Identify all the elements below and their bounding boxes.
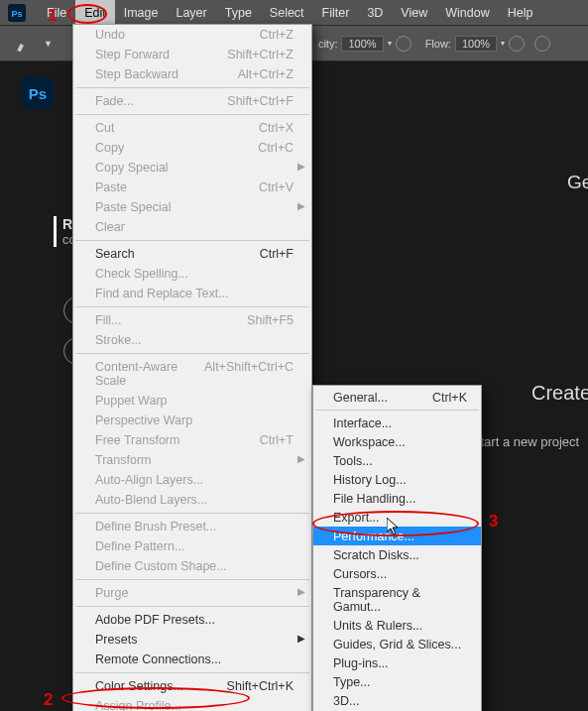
submenu-item-interface[interactable]: Interface... <box>313 414 481 432</box>
menu-item-label: Define Custom Shape... <box>95 559 227 573</box>
menu-separator <box>75 306 309 307</box>
menu-item-remote-connections[interactable]: Remote Connections... <box>73 650 311 669</box>
menu-item-define-brush-preset: Define Brush Preset... <box>73 517 311 536</box>
menu-file[interactable]: File <box>38 0 75 25</box>
submenu-item-units-rulers[interactable]: Units & Rulers... <box>313 616 481 635</box>
menu-item-shortcut: Ctrl+X <box>259 121 294 135</box>
flow-label: Flow: <box>425 38 451 50</box>
menu-item-presets[interactable]: Presets▶ <box>73 630 311 650</box>
menu-item-label: Transform <box>95 453 152 467</box>
menu-window[interactable]: Window <box>436 0 498 25</box>
menu-item-transform: Transform▶ <box>73 450 311 470</box>
menu-item-label: Copy Special <box>95 161 169 175</box>
menu-item-cut: CutCtrl+X <box>73 118 311 138</box>
menu-item-label: Paste Special <box>95 200 171 214</box>
submenu-item-general[interactable]: General...Ctrl+K <box>313 388 481 407</box>
submenu-item-label: Units & Rulers... <box>333 619 422 633</box>
submenu-item-label: Scratch Disks... <box>333 548 419 562</box>
menu-item-search[interactable]: SearchCtrl+F <box>73 244 311 264</box>
submenu-item-file-handling[interactable]: File Handling... <box>313 489 481 508</box>
pressure-size-icon[interactable] <box>534 36 550 52</box>
menu-item-paste: PasteCtrl+V <box>73 178 311 197</box>
menu-item-label: Undo <box>95 28 125 42</box>
menu-separator <box>75 240 309 241</box>
preferences-submenu: General...Ctrl+KInterface...Workspace...… <box>312 385 482 711</box>
submenu-item-workspace[interactable]: Workspace... <box>313 432 481 451</box>
menu-item-shortcut: Ctrl+T <box>260 433 294 447</box>
menu-item-label: Content-Aware Scale <box>95 360 204 388</box>
submenu-item-tools[interactable]: Tools... <box>313 451 481 470</box>
menu-help[interactable]: Help <box>499 0 542 25</box>
submenu-item-label: Cursors... <box>333 567 387 581</box>
submenu-item-history-log[interactable]: History Log... <box>313 470 481 489</box>
menu-edit[interactable]: Edit <box>75 0 115 25</box>
submenu-item-label: File Handling... <box>333 492 415 506</box>
submenu-item-performance[interactable]: Performance... <box>313 527 481 545</box>
chevron-down-icon[interactable]: ▼ <box>44 39 53 49</box>
menu-item-shortcut: Shift+Ctrl+K <box>227 679 294 693</box>
menu-item-label: Color Settings... <box>95 679 183 693</box>
menu-item-label: Define Brush Preset... <box>95 520 216 533</box>
submenu-item-3d[interactable]: 3D... <box>313 691 481 710</box>
menu-separator <box>75 606 309 607</box>
ps-app-icon: Ps <box>22 77 54 109</box>
submenu-item-label: History Log... <box>333 473 407 487</box>
submenu-item-transparency-gamut[interactable]: Transparency & Gamut... <box>313 583 481 616</box>
menu-item-check-spelling: Check Spelling... <box>73 264 311 284</box>
menubar: Ps FileEditImageLayerTypeSelectFilter3DV… <box>0 0 588 26</box>
submenu-arrow-icon: ▶ <box>297 161 305 172</box>
menu-item-define-pattern: Define Pattern... <box>73 536 311 556</box>
menu-item-label: Free Transform <box>95 433 179 447</box>
submenu-item-cursors[interactable]: Cursors... <box>313 564 481 583</box>
pressure-opacity-icon[interactable] <box>396 36 412 52</box>
ps-logo-icon: Ps <box>8 4 26 22</box>
opacity-field[interactable]: 100% <box>341 36 383 52</box>
menu-item-shortcut: Alt+Ctrl+Z <box>238 67 294 81</box>
submenu-arrow-icon: ▶ <box>297 453 305 464</box>
menu-item-shortcut: Shift+F5 <box>247 313 294 327</box>
menu-item-color-settings[interactable]: Color Settings...Shift+Ctrl+K <box>73 676 311 696</box>
menu-separator <box>75 672 309 673</box>
menu-item-step-backward: Step BackwardAlt+Ctrl+Z <box>73 64 311 84</box>
menu-item-label: Find and Replace Text... <box>95 287 229 300</box>
submenu-item-scratch-disks[interactable]: Scratch Disks... <box>313 545 481 564</box>
menu-item-stroke: Stroke... <box>73 330 311 350</box>
menu-item-adobe-pdf-presets[interactable]: Adobe PDF Presets... <box>73 610 311 630</box>
submenu-item-label: General... <box>333 391 388 405</box>
menu-layer[interactable]: Layer <box>167 0 215 25</box>
flow-field[interactable]: 100% <box>455 36 497 52</box>
menu-item-copy: CopyCtrl+C <box>73 138 311 158</box>
menu-3d[interactable]: 3D <box>358 0 392 25</box>
menu-type[interactable]: Type <box>216 0 261 25</box>
menu-view[interactable]: View <box>392 0 436 25</box>
menu-select[interactable]: Select <box>261 0 313 25</box>
menu-item-label: Auto-Align Layers... <box>95 473 203 487</box>
submenu-item-label: Export... <box>333 511 380 525</box>
menu-image[interactable]: Image <box>115 0 168 25</box>
chevron-down-icon[interactable]: ▾ <box>388 39 392 48</box>
submenu-item-guides-grid-slices[interactable]: Guides, Grid & Slices... <box>313 635 481 653</box>
submenu-item-export[interactable]: Export... <box>313 508 481 527</box>
opacity-label: city: <box>318 38 338 50</box>
menu-item-label: Search <box>95 247 135 261</box>
submenu-arrow-icon: ▶ <box>297 200 305 211</box>
menu-item-shortcut: Ctrl+V <box>259 180 294 194</box>
menu-item-shortcut: Alt+Shift+Ctrl+C <box>204 360 294 388</box>
start-subheading: start a new project <box>474 434 579 449</box>
menu-item-shortcut: Ctrl+Z <box>260 28 294 42</box>
menu-item-label: Copy <box>95 141 124 155</box>
menu-filter[interactable]: Filter <box>313 0 359 25</box>
brush-tool-icon[interactable] <box>12 32 36 56</box>
menu-item-fade: Fade...Shift+Ctrl+F <box>73 91 311 111</box>
menu-item-puppet-warp: Puppet Warp <box>73 391 311 411</box>
submenu-item-label: Tools... <box>333 454 373 468</box>
menu-item-step-forward: Step ForwardShift+Ctrl+Z <box>73 45 311 64</box>
menu-item-shortcut: Shift+Ctrl+Z <box>227 48 294 61</box>
menu-separator <box>75 579 309 580</box>
submenu-item-type[interactable]: Type... <box>313 672 481 691</box>
chevron-down-icon[interactable]: ▾ <box>501 39 505 48</box>
menu-item-label: Purge <box>95 586 128 600</box>
menu-item-label: Adobe PDF Presets... <box>95 613 215 627</box>
airbrush-icon[interactable] <box>509 36 525 52</box>
submenu-item-plug-ins[interactable]: Plug-ins... <box>313 653 481 672</box>
